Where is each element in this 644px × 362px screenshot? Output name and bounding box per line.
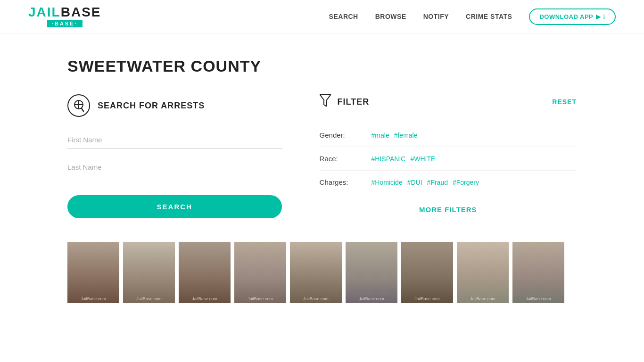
two-column-layout: SEARCH FOR ARRESTS SEARCH [67, 94, 577, 218]
charge-tag-dui[interactable]: #DUI [407, 179, 422, 186]
mugshot-2[interactable]: JailBase.com [123, 242, 175, 303]
main-content: SWEETWATER COUNTY SEARCH FOR ARRESTS [49, 33, 595, 303]
filter-header: FILTER RESET [320, 94, 577, 109]
header: JAILBASE ·BASE· SEARCH BROWSE NOTIFY CRI… [0, 0, 644, 33]
first-name-input[interactable] [67, 131, 282, 149]
nav-browse[interactable]: BROWSE [375, 13, 406, 20]
search-section-title: SEARCH FOR ARRESTS [98, 101, 205, 111]
mugshot-9[interactable]: JailBase.com [512, 242, 564, 303]
race-label: Race: [320, 155, 362, 163]
filter-title-group: FILTER [320, 94, 370, 109]
charge-tag-homicide[interactable]: #Homicide [372, 179, 403, 186]
watermark-4: JailBase.com [248, 296, 273, 301]
race-filter-row: Race: #HISPANIC #WHITE [320, 147, 577, 171]
logo[interactable]: JAILBASE ·BASE· [28, 6, 101, 27]
charges-tags: #Homicide #DUI #Fraud #Forgery [372, 179, 479, 186]
gender-tag-male[interactable]: #male [372, 132, 389, 139]
mugshot-7[interactable]: JailBase.com [401, 242, 453, 303]
race-tag-hispanic[interactable]: #HISPANIC [372, 155, 406, 163]
search-icon-svg [72, 99, 85, 112]
play-icon: ▶ [596, 13, 601, 20]
charge-tag-forgery[interactable]: #Forgery [453, 179, 479, 186]
watermark-7: JailBase.com [414, 296, 440, 301]
gender-filter-row: Gender: #male #female [320, 123, 577, 147]
watermark-6: JailBase.com [359, 296, 384, 301]
watermark-8: JailBase.com [470, 296, 495, 301]
mugshot-6[interactable]: JailBase.com [346, 242, 397, 303]
race-tag-white[interactable]: #WHITE [410, 155, 435, 163]
race-tags: #HISPANIC #WHITE [372, 155, 436, 163]
watermark-3: JailBase.com [192, 296, 217, 301]
logo-text: JAILBASE [28, 6, 101, 19]
filter-title: FILTER [338, 97, 370, 107]
search-arrests-icon [67, 94, 90, 117]
gender-label: Gender: [320, 131, 362, 139]
search-section: SEARCH FOR ARRESTS SEARCH [67, 94, 282, 218]
watermark-5: JailBase.com [303, 296, 329, 301]
gender-tag-female[interactable]: #female [394, 132, 418, 139]
mugshot-1[interactable]: JailBase.com [67, 242, 119, 303]
charge-tag-fraud[interactable]: #Fraud [427, 179, 448, 186]
page-title: SWEETWATER COUNTY [67, 57, 577, 75]
nav-notify[interactable]: NOTIFY [423, 13, 449, 20]
mugshot-8[interactable]: JailBase.com [457, 242, 509, 303]
download-app-button[interactable]: DOWNLOAD APP ▶  [529, 8, 616, 25]
last-name-input[interactable] [67, 158, 282, 176]
watermark-9: JailBase.com [526, 296, 551, 301]
apple-icon:  [603, 13, 605, 20]
more-filters-container: MORE FILTERS [320, 206, 577, 214]
nav-search[interactable]: SEARCH [329, 13, 358, 20]
nav-crime-stats[interactable]: CRIME STATS [466, 13, 512, 20]
logo-base: ·BASE· [47, 20, 83, 27]
filter-section: FILTER RESET Gender: #male #female Race:… [320, 94, 577, 218]
mugshot-4[interactable]: JailBase.com [234, 242, 286, 303]
logo-jail: JAIL [28, 5, 61, 19]
mugshot-5[interactable]: JailBase.com [290, 242, 342, 303]
filter-icon [320, 94, 331, 109]
watermark-1: JailBase.com [81, 296, 106, 301]
svg-line-3 [82, 108, 83, 111]
reset-button[interactable]: RESET [552, 98, 577, 106]
watermark-2: JailBase.com [136, 296, 162, 301]
more-filters-button[interactable]: MORE FILTERS [419, 206, 477, 214]
first-name-group [67, 131, 282, 149]
svg-marker-4 [320, 94, 331, 107]
main-nav: SEARCH BROWSE NOTIFY CRIME STATS DOWNLOA… [329, 8, 616, 25]
mugshots-strip: JailBase.com JailBase.com JailBase.com J… [67, 242, 577, 303]
search-button[interactable]: SEARCH [67, 195, 282, 218]
search-section-header: SEARCH FOR ARRESTS [67, 94, 282, 117]
charges-filter-row: Charges: #Homicide #DUI #Fraud #Forgery [320, 171, 577, 194]
last-name-group [67, 158, 282, 176]
mugshot-3[interactable]: JailBase.com [179, 242, 231, 303]
charges-label: Charges: [320, 178, 362, 186]
gender-tags: #male #female [372, 132, 418, 139]
